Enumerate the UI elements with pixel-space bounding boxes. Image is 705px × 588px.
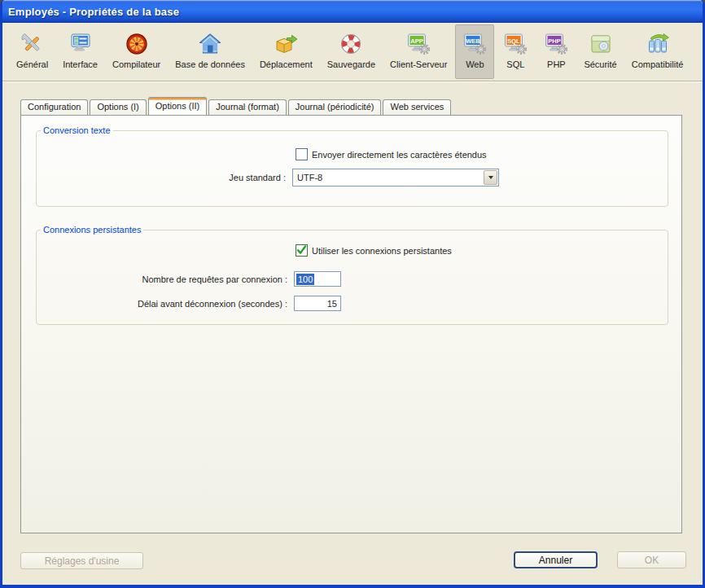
- toolbar-item-sauvegarde[interactable]: Sauvegarde: [321, 24, 382, 79]
- ok-label: OK: [645, 555, 659, 566]
- delay-label: Délai avant déconnexion (secondes) :: [21, 299, 287, 309]
- group-title: Connexions persistantes: [41, 225, 143, 235]
- security-box-icon: [588, 31, 614, 57]
- toolbar-item-label: Déplacement: [260, 59, 313, 69]
- category-toolbar: GénéralInterfaceCompilateurBase de donné…: [2, 23, 703, 81]
- interface-icon: [68, 31, 94, 57]
- toolbar-item-label: Interface: [63, 59, 98, 69]
- group-title: Conversion texte: [41, 125, 113, 135]
- toolbar-item-web[interactable]: Web: [455, 24, 494, 79]
- web-monitor-icon: [462, 31, 488, 57]
- toolbar-item-compilateur[interactable]: Compilateur: [106, 24, 167, 79]
- persistent-connections-checkbox[interactable]: [296, 244, 308, 257]
- sql-monitor-icon: [502, 31, 528, 57]
- factory-settings-label: Réglages d'usine: [45, 555, 120, 567]
- requests-row: Nombre de requêtes par connexion : 100: [21, 271, 341, 287]
- php-monitor-icon: [543, 31, 569, 57]
- tab-journal-format[interactable]: Journal (format): [208, 99, 287, 115]
- tab-options-2[interactable]: Options (II): [148, 97, 207, 115]
- charset-dropdown-button[interactable]: [484, 170, 497, 185]
- charset-select[interactable]: UTF-8: [292, 169, 499, 186]
- requests-label: Nombre de requêtes par connexion :: [21, 274, 287, 284]
- binders-arrow-icon: [645, 31, 671, 57]
- compiler-wheel-icon: [124, 31, 150, 57]
- ok-button[interactable]: OK: [617, 551, 686, 568]
- tab-page-options-2: Conversion texte Connexions persistantes…: [20, 115, 682, 533]
- tab-journal-periodicite[interactable]: Journal (périodicité): [288, 99, 382, 115]
- requests-value-selected-text: 100: [296, 274, 314, 285]
- toolbar-item-label: Sauvegarde: [327, 59, 375, 69]
- delay-row: Délai avant déconnexion (secondes) : 15: [21, 296, 341, 311]
- toolbar-item-label: Compilateur: [112, 59, 160, 69]
- toolbar-item-label: Web: [466, 59, 484, 69]
- toolbar-item-label: Base de données: [175, 59, 245, 69]
- charset-label: Jeu standard :: [21, 173, 286, 182]
- lifebuoy-icon: [338, 31, 364, 57]
- cancel-button[interactable]: Annuler: [514, 551, 598, 568]
- delay-value: 15: [327, 299, 340, 309]
- house-icon: [197, 31, 223, 57]
- extended-chars-row: Envoyer directement les caractères étend…: [296, 148, 487, 160]
- persistent-connections-label: Utiliser les connexions persistantes: [312, 246, 452, 256]
- chevron-down-icon: [488, 176, 493, 179]
- toolbar-item-interface[interactable]: Interface: [56, 24, 104, 79]
- tab-strip: ConfigurationOptions (I)Options (II)Jour…: [20, 98, 682, 115]
- tab-options-1[interactable]: Options (I): [90, 99, 146, 115]
- toolbar-item-label: Compatibilité: [632, 59, 684, 69]
- charset-selected-value: UTF-8: [293, 173, 484, 182]
- extended-chars-label: Envoyer directement les caractères étend…: [312, 150, 487, 160]
- cancel-label: Annuler: [539, 555, 572, 566]
- toolbar-item-label: Client-Serveur: [390, 59, 447, 69]
- toolbar-item-securite[interactable]: Sécurité: [577, 24, 623, 79]
- package-arrow-icon: [273, 31, 299, 57]
- group-conversion-texte: Conversion texte: [36, 125, 668, 207]
- requests-input[interactable]: 100: [294, 271, 341, 287]
- delay-input[interactable]: 15: [294, 296, 341, 311]
- toolbar-item-deplacement[interactable]: Déplacement: [253, 24, 319, 79]
- extended-chars-checkbox[interactable]: [296, 148, 308, 160]
- persistent-connections-row: Utiliser les connexions persistantes: [296, 244, 452, 257]
- toolbar-item-label: Sécurité: [584, 59, 616, 69]
- toolbar-item-php[interactable]: PHP: [536, 24, 576, 79]
- tab-configuration[interactable]: Configuration: [20, 99, 88, 115]
- toolbar-item-client-serveur[interactable]: Client-Serveur: [383, 24, 453, 79]
- toolbar-item-label: PHP: [547, 59, 566, 69]
- tools-icon: [20, 31, 46, 57]
- toolbar-item-general[interactable]: Général: [10, 24, 55, 79]
- titlebar: Employés - Propriétés de la base: [0, 0, 705, 23]
- toolbar-item-label: Général: [16, 59, 48, 69]
- toolbar-item-base-de-donnees[interactable]: Base de données: [169, 24, 252, 79]
- toolbar-item-sql[interactable]: SQL: [496, 24, 535, 79]
- tab-web-services[interactable]: Web services: [383, 99, 451, 115]
- properties-dialog: Employés - Propriétés de la base Général…: [0, 0, 705, 588]
- window-title: Employés - Propriétés de la base: [8, 6, 179, 18]
- factory-settings-button[interactable]: Réglages d'usine: [20, 552, 143, 569]
- charset-row: Jeu standard : UTF-8: [21, 169, 499, 186]
- toolbar-item-label: SQL: [506, 59, 524, 69]
- toolbar-item-compatibilite[interactable]: Compatibilité: [625, 24, 690, 79]
- check-icon: [296, 244, 308, 257]
- app-monitor-icon: [405, 31, 431, 57]
